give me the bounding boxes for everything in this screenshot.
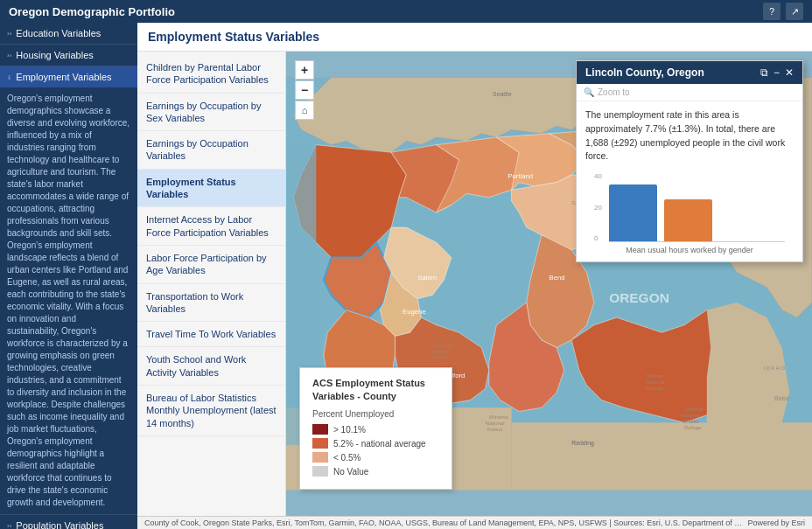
popup-body: The unemployment rate in this area is ap… [577,101,802,261]
popup-copy-button[interactable]: ⧉ [760,66,768,79]
map-controls: + − ⌂ [295,60,314,120]
legend-swatch-national [312,438,328,449]
svg-text:Forest: Forest [487,427,502,432]
sidebar: › Education Variables › Housing Variable… [0,23,137,529]
app: Oregon Demographic Portfolio ? ↗ › Educa… [0,0,812,529]
center-panel: Employment Status Variables Children by … [137,23,812,529]
y-label-20: 20 [594,204,602,212]
chevron-icon-education: › [7,30,11,38]
svg-text:National: National [430,349,450,354]
sidebar-item-education[interactable]: › Education Variables [0,23,137,44]
zoom-out-button[interactable]: − [295,80,314,100]
employment-description: Oregon's employment demographics showcas… [0,87,137,514]
main-layout: Employment Status Variables Children by … [137,23,812,529]
svg-text:Sheldon: Sheldon [684,407,704,412]
y-label-0: 0 [594,234,602,242]
sidebar-label-employment: Employment Variables [16,72,111,82]
sidebar-item-employment[interactable]: › Employment Variables [0,66,137,87]
popup-close-button[interactable]: ✕ [785,66,794,79]
svg-text:Salem: Salem [417,274,437,282]
legend-swatch-high [312,424,328,435]
section-header: Employment Status Variables [137,23,812,52]
help-button[interactable]: ? [763,3,780,20]
attribution-text: County of Cook, Oregon State Parks, Esri… [144,519,747,527]
variable-item-internet-access[interactable]: Internet Access by Labor Force Participa… [137,207,285,246]
popup-search-placeholder: Zoom to [598,87,630,97]
svg-text:Refuge: Refuge [647,386,664,391]
top-section: Children by Parental Labor Force Partici… [137,52,812,516]
bar-chart: 40 20 0 [594,172,785,242]
variable-item-children-parental[interactable]: Children by Parental Labor Force Partici… [137,55,285,94]
popup-header: Lincoln County, Oregon ⧉ − ✕ [577,61,802,84]
y-axis: 40 20 0 [594,172,606,242]
variable-item-transportation[interactable]: Transportation to Work Variables [137,284,285,323]
sidebar-label-education: Education Variables [16,28,101,38]
sidebar-category-housing: › Housing Variables [0,45,137,66]
search-icon: 🔍 [584,87,594,97]
svg-text:Redding: Redding [571,440,594,447]
svg-text:Refuge: Refuge [684,425,702,430]
legend-subtitle: Percent Unemployed [312,409,439,419]
variable-item-earnings-sex[interactable]: Earnings by Occupation by Sex Variables [137,94,285,132]
legend-item-low: < 0.5% [312,452,439,463]
header-icons: ? ↗ [763,3,803,20]
powered-by-text: Powered by Esri [747,519,805,527]
share-button[interactable]: ↗ [786,3,803,20]
popup-title: Lincoln County, Oregon [585,66,704,79]
variable-item-labor-force-age[interactable]: Labor Force Participation by Age Variabl… [137,246,285,284]
status-bar: County of Cook, Oregon State Parks, Esri… [137,516,812,529]
bar-male [609,184,657,241]
svg-text:Forest: Forest [432,355,447,360]
legend-title: ACS Employment Status Variables - County [312,377,439,402]
legend-label-low: < 0.5% [333,453,360,463]
variable-item-youth-school[interactable]: Youth School and Work Activity Variables [137,347,285,386]
sidebar-item-population[interactable]: › Population Variables [0,515,137,529]
app-header: Oregon Demographic Portfolio ? ↗ [0,0,812,23]
variable-item-travel-time[interactable]: Travel Time To Work Variables [137,322,285,347]
chevron-icon-population: › [7,522,11,530]
chevron-icon-housing: › [7,52,11,59]
chart-area: 40 20 0 Me [585,172,794,254]
home-button[interactable]: ⌂ [295,101,314,120]
legend-swatch-novalue [312,466,328,477]
svg-text:Umpqua: Umpqua [432,343,452,348]
legend-item-national: 5.2% - national average [312,438,439,449]
popup-header-icons: ⧉ − ✕ [760,66,794,79]
legend-item-novalue: No Value [312,466,439,477]
map-container[interactable]: OREGON Portland Salem Eugene Bend Medfor… [286,52,812,516]
bar-female [664,199,712,241]
variable-item-employment-status[interactable]: Employment Status Variables [137,170,285,208]
svg-text:Eugene: Eugene [402,308,426,316]
svg-text:Winema: Winema [489,414,509,420]
sidebar-label-housing: Housing Variables [16,50,93,60]
svg-text:Portland: Portland [508,172,533,180]
variable-item-earnings-occupation[interactable]: Earnings by Occupation Variables [137,131,285,170]
sidebar-category-employment: › Employment Variables Oregon's employme… [0,66,137,515]
svg-text:OREGON: OREGON [609,290,669,305]
svg-text:Malheur: Malheur [647,373,666,379]
svg-text:Boise: Boise [774,395,789,401]
legend-label-high: > 10.1% [333,425,366,435]
legend-label-novalue: No Value [333,467,368,477]
svg-text:National: National [486,421,505,426]
legend-label-national: 5.2% - national average [333,439,426,449]
map-legend: ACS Employment Status Variables - County… [299,367,452,490]
main-area: › Education Variables › Housing Variable… [0,23,812,529]
svg-text:National: National [645,379,664,385]
sidebar-label-population: Population Variables [16,520,103,529]
sidebar-category-population: › Population Variables [0,515,137,529]
app-title: Oregon Demographic Portfolio [9,5,175,18]
svg-text:Seattle: Seattle [493,91,512,97]
popup-search-bar: 🔍 Zoom to [577,84,802,101]
svg-text:Bend: Bend [550,274,565,282]
sidebar-item-housing[interactable]: › Housing Variables [0,45,137,66]
variable-item-bls-monthly[interactable]: Bureau of Labor Statistics Monthly Unemp… [137,386,285,436]
y-label-40: 40 [594,172,602,180]
zoom-in-button[interactable]: + [295,60,314,80]
legend-item-high: > 10.1% [312,424,439,435]
popup-minimize-button[interactable]: − [774,66,780,79]
svg-text:National: National [681,413,700,418]
bars-container [609,172,785,242]
svg-text:I D A H O: I D A H O [763,365,785,371]
legend-swatch-low [312,452,328,463]
